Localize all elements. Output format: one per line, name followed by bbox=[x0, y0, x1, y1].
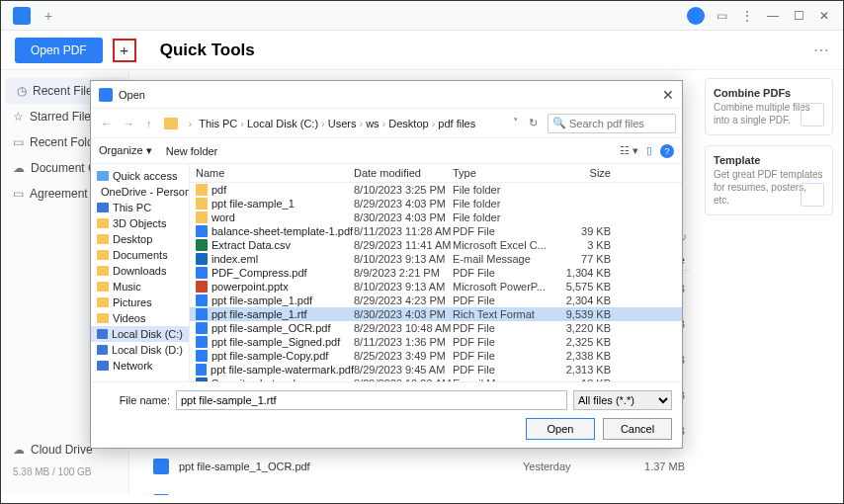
tree-item[interactable]: Documents bbox=[91, 247, 189, 263]
open-file-dialog: Open ✕ ← → ↑ › This PC›Local Disk (C:)›U… bbox=[90, 80, 683, 449]
file-row[interactable]: Security alert.eml8/29/2023 10:20 AME-ma… bbox=[190, 377, 682, 381]
file-row[interactable]: ppt file-sample_Signed.pdf8/11/2023 1:36… bbox=[190, 335, 682, 349]
folder-icon bbox=[196, 211, 208, 223]
tree-item[interactable]: Downloads bbox=[91, 263, 189, 279]
view-options-button[interactable]: ☷ ▾ bbox=[620, 144, 638, 157]
combine-icon bbox=[801, 103, 824, 126]
tree-item[interactable]: This PC bbox=[91, 200, 189, 215]
folder-icon bbox=[97, 234, 109, 244]
tree-item[interactable]: Desktop bbox=[91, 231, 189, 247]
forward-button[interactable]: → bbox=[120, 118, 138, 129]
breadcrumb-segment[interactable]: Users bbox=[328, 118, 357, 129]
kebab-icon[interactable]: ⋮ bbox=[736, 5, 758, 27]
breadcrumb-segment[interactable]: Local Disk (C:) bbox=[247, 118, 318, 129]
file-row[interactable]: Extract Data.csv8/29/2023 11:41 AMMicros… bbox=[190, 238, 682, 252]
tree-item[interactable]: Pictures bbox=[91, 294, 189, 310]
breadcrumb-dropdown[interactable]: ˅ bbox=[513, 117, 519, 129]
doc-icon: ▭ bbox=[13, 187, 24, 201]
folder-icon bbox=[97, 218, 109, 228]
folder-icon bbox=[196, 198, 208, 210]
file-row[interactable]: word8/30/2023 4:03 PMFile folder bbox=[190, 210, 682, 224]
help-button[interactable]: ? bbox=[660, 144, 674, 158]
command-bar: Open PDF + Quick Tools ⋯ bbox=[1, 31, 843, 70]
file-row[interactable]: pdf8/10/2023 3:25 PMFile folder bbox=[190, 183, 682, 197]
search-input[interactable] bbox=[569, 118, 671, 129]
pc-icon bbox=[97, 345, 108, 355]
folder-tree[interactable]: Quick accessOneDrive - PersonThis PC3D O… bbox=[91, 164, 190, 381]
dialog-title: Open bbox=[119, 89, 145, 101]
clock-icon: ◷ bbox=[17, 84, 27, 98]
user-avatar[interactable] bbox=[687, 7, 705, 25]
breadcrumb-segment[interactable]: pdf files bbox=[438, 118, 475, 129]
pdf-icon bbox=[196, 267, 208, 279]
folder-icon bbox=[196, 184, 208, 196]
tree-item[interactable]: Quick access bbox=[91, 168, 189, 184]
breadcrumb-segment[interactable]: This PC bbox=[199, 118, 237, 129]
tree-item[interactable]: Videos bbox=[91, 310, 189, 326]
new-tab-button[interactable]: + bbox=[44, 8, 52, 24]
folder-icon bbox=[97, 297, 109, 307]
chat-icon[interactable]: ▭ bbox=[711, 5, 732, 27]
tree-item[interactable]: Local Disk (D:) bbox=[91, 342, 189, 358]
open-pdf-button[interactable]: Open PDF bbox=[15, 38, 103, 63]
minimize-button[interactable]: — bbox=[762, 5, 784, 27]
col-type[interactable]: Type bbox=[453, 167, 551, 179]
file-row[interactable]: ppt file-sample-Copy.pdf8/25/2023 3:49 P… bbox=[190, 349, 682, 363]
recent-file-row[interactable]: ppt file-sample_1.pdfYesterday844.34 KB bbox=[143, 484, 691, 495]
quick-tools-title: Quick Tools bbox=[160, 41, 255, 60]
search-box[interactable]: 🔍 bbox=[548, 114, 676, 133]
file-row[interactable]: ppt file-sample_1.rtf8/30/2023 4:03 PMRi… bbox=[190, 307, 682, 321]
up-button[interactable]: ↑ bbox=[142, 118, 156, 129]
maximize-button[interactable]: ☐ bbox=[788, 5, 809, 27]
file-name-label: File name: bbox=[101, 394, 170, 406]
file-row[interactable]: ppt file-sample_18/29/2023 4:03 PMFile f… bbox=[190, 197, 682, 210]
breadcrumb-segment[interactable]: ws bbox=[366, 118, 379, 129]
dialog-close-button[interactable]: ✕ bbox=[662, 87, 674, 103]
col-date[interactable]: Date modified bbox=[354, 167, 453, 179]
file-row[interactable]: PDF_Compress.pdf8/9/2023 2:21 PMPDF File… bbox=[190, 266, 682, 280]
tree-item[interactable]: OneDrive - Person bbox=[91, 184, 189, 200]
file-row[interactable]: ppt file-sample_1.pdf8/29/2023 4:23 PMPD… bbox=[190, 294, 682, 307]
file-row[interactable]: powerpoint.pptx8/10/2023 9:13 AMMicrosof… bbox=[190, 280, 682, 294]
more-icon[interactable]: ⋯ bbox=[813, 41, 829, 59]
refresh-button[interactable]: ↻ bbox=[529, 117, 538, 129]
file-list[interactable]: Name Date modified Type Size pdf8/10/202… bbox=[190, 164, 682, 381]
file-row[interactable]: ppt file-sample-watermark.pdf8/29/2023 9… bbox=[190, 363, 682, 377]
folder-icon bbox=[97, 282, 109, 292]
folder-icon bbox=[164, 118, 178, 129]
xls-icon bbox=[196, 239, 208, 251]
folder-icon: ▭ bbox=[13, 135, 24, 149]
file-row[interactable]: index.eml8/10/2023 9:13 AME-mail Message… bbox=[190, 252, 682, 266]
dialog-titlebar: Open ✕ bbox=[91, 81, 682, 109]
open-button[interactable]: Open bbox=[526, 418, 595, 440]
dialog-toolbar: Organize ▾ New folder ☷ ▾ ▯ ? bbox=[91, 138, 682, 164]
preview-pane-button[interactable]: ▯ bbox=[646, 144, 652, 157]
col-name[interactable]: Name bbox=[196, 167, 354, 179]
ppt-icon bbox=[196, 281, 208, 293]
file-row[interactable]: ppt file-sample_OCR.pdf8/29/2023 10:48 A… bbox=[190, 321, 682, 335]
file-name-input[interactable] bbox=[176, 390, 567, 410]
tree-item[interactable]: 3D Objects bbox=[91, 215, 189, 231]
pc-icon bbox=[97, 361, 109, 371]
cancel-button[interactable]: Cancel bbox=[603, 418, 672, 440]
tree-item[interactable]: Local Disk (C:) bbox=[91, 326, 189, 342]
add-button[interactable]: + bbox=[113, 39, 136, 62]
dialog-nav-row: ← → ↑ › This PC›Local Disk (C:)›Users›ws… bbox=[91, 109, 682, 138]
breadcrumb-segment[interactable]: Desktop bbox=[388, 118, 428, 129]
back-button[interactable]: ← bbox=[97, 118, 116, 129]
pc-icon bbox=[97, 329, 108, 339]
cloud-icon: ☁ bbox=[13, 443, 25, 457]
combine-pdfs-card[interactable]: Combine PDFs Combine multiple files into… bbox=[705, 78, 833, 135]
tree-item[interactable]: Network bbox=[91, 358, 189, 374]
file-row[interactable]: balance-sheet-template-1.pdf8/11/2023 11… bbox=[190, 224, 682, 238]
titlebar: + ▭ ⋮ — ☐ ✕ bbox=[1, 1, 843, 31]
template-card[interactable]: Template Get great PDF templates for res… bbox=[705, 145, 833, 215]
col-size[interactable]: Size bbox=[551, 167, 611, 179]
organize-menu[interactable]: Organize ▾ bbox=[99, 144, 152, 157]
new-folder-button[interactable]: New folder bbox=[166, 145, 218, 157]
file-type-filter[interactable]: All files (*.*) bbox=[573, 390, 672, 410]
close-button[interactable]: ✕ bbox=[813, 5, 835, 27]
tree-item[interactable]: Music bbox=[91, 279, 189, 294]
recent-file-row[interactable]: ppt file-sample_1_OCR.pdfYesterday1.37 M… bbox=[143, 449, 691, 484]
eml-icon bbox=[196, 378, 208, 381]
